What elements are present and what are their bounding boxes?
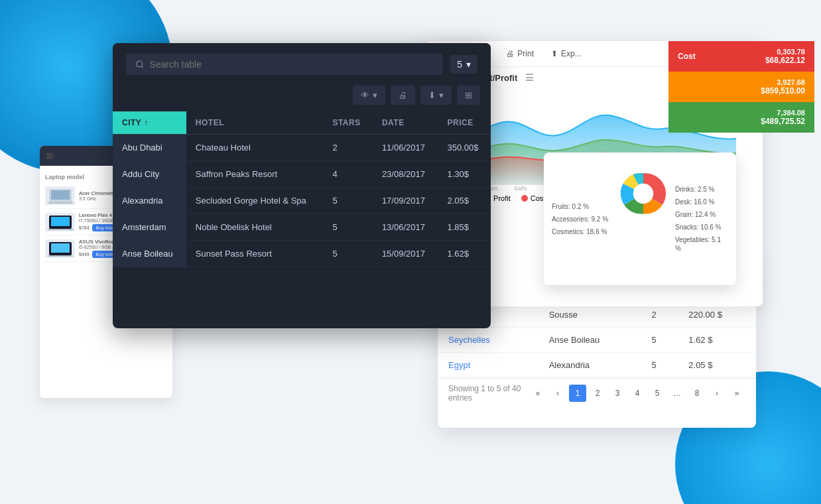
download-button[interactable]: ⬇ ▾ — [420, 86, 452, 105]
print-toolbar-button[interactable]: 🖨 — [391, 86, 415, 105]
cell-date: 23/08/2017 — [373, 161, 438, 188]
cell-hotel: Secluded Gorge Hotel & Spa — [186, 188, 324, 214]
laptop-panel-header-text: ⬛ — [46, 153, 53, 159]
cell-city: Amsterdam — [113, 214, 186, 241]
export-button[interactable]: ⬆ Exp... — [546, 46, 587, 61]
svg-rect-7 — [51, 243, 70, 253]
cell-stars: 5 — [323, 188, 372, 214]
chart-menu-icon[interactable]: ☰ — [525, 72, 534, 83]
legend-cost: Cost — [521, 194, 546, 202]
pie-label: Desk: 16.0 % — [675, 198, 728, 206]
view-button[interactable]: 👁 ▾ — [353, 86, 385, 105]
th-hotel[interactable]: HOTEL — [186, 111, 324, 135]
legend-dot-cost — [521, 195, 528, 202]
table-wrap: CITY ↑ HOTEL STARS DATE PRICE Abu Dhabi … — [113, 111, 491, 267]
stat-label-cost: Cost — [678, 52, 696, 61]
download-icon: ⬇ — [428, 90, 436, 100]
cell-date: 17/09/2017 — [373, 188, 438, 214]
print-icon: 🖨 — [506, 49, 514, 58]
cell-price: 1.85$ — [438, 214, 491, 241]
table-row: Addu City Saffron Peaks Resort 4 23/08/2… — [113, 161, 491, 188]
pie-chart-svg — [618, 160, 668, 227]
svg-rect-8 — [48, 255, 73, 257]
svg-rect-2 — [48, 202, 73, 204]
th-price[interactable]: PRICE — [438, 111, 491, 135]
page-3-button[interactable]: 3 — [609, 385, 626, 402]
eye-icon: 👁 — [361, 90, 369, 100]
cell-price: 1.30$ — [438, 161, 491, 188]
stat-value-cost-1: 0,303.78 — [765, 48, 805, 56]
laptop-price: $784 — [79, 225, 90, 230]
svg-rect-4 — [51, 217, 70, 226]
page-8-button[interactable]: 8 — [688, 385, 706, 402]
page-1-button[interactable]: 1 — [569, 385, 586, 402]
page-5-button[interactable]: 5 — [649, 385, 666, 402]
table-row: Egypt Alexandria 5 2.05 $ — [438, 353, 756, 378]
dark-panel: 5 ▾ 👁 ▾ 🖨 ⬇ ▾ ⊞ CITY ↑ HOTEL STARS D — [113, 43, 491, 328]
cell-price: 1.62$ — [438, 241, 491, 267]
legend-label-profit: Profit — [493, 194, 511, 202]
svg-rect-1 — [51, 190, 70, 200]
search-bar: 5 ▾ — [113, 43, 491, 83]
prev-page-button[interactable]: ‹ — [549, 385, 566, 402]
cell-stars: 5 — [323, 214, 372, 241]
pie-label: Snacks: 10.6 % — [675, 223, 728, 231]
search-icon — [135, 60, 144, 69]
cell-stars: 5 — [323, 241, 372, 267]
laptop-price: $449 — [79, 252, 90, 257]
svg-rect-5 — [48, 229, 73, 230]
next-page-button[interactable]: › — [708, 385, 726, 402]
pagination-bar: Showing 1 to 5 of 40 entries « ‹ 1 2 3 4… — [438, 378, 756, 408]
print-toolbar-icon: 🖨 — [399, 90, 407, 100]
stat-box-revenue: 3,927.68 $859,510.00 — [668, 72, 814, 102]
cell-city: Anse Boileau — [113, 241, 186, 267]
print-button[interactable]: 🖨 Print — [501, 46, 539, 61]
table-body: Abu Dhabi Chateau Hotel 2 11/06/2017 350… — [113, 135, 491, 267]
th-stars[interactable]: STARS — [323, 111, 372, 135]
svg-point-20 — [137, 61, 143, 67]
cell-date: 15/09/2017 — [373, 241, 438, 267]
laptop-image — [45, 239, 75, 258]
th-date[interactable]: DATE — [373, 111, 438, 135]
first-page-button[interactable]: « — [529, 385, 546, 402]
svg-text:Salts: Salts — [514, 185, 528, 192]
cell-stars: 5 — [641, 328, 678, 353]
table-row: Alexandria Secluded Gorge Hotel & Spa 5 … — [113, 188, 491, 214]
cell-price: 1.62 $ — [678, 328, 756, 353]
svg-point-19 — [633, 184, 653, 204]
export-label: Exp... — [561, 49, 582, 58]
pie-label: Accessories: 9.2 % — [552, 215, 611, 223]
entries-select[interactable]: 5 ▾ — [450, 55, 477, 74]
pie-labels-left: Fruits: 0.2 % Accessories: 9.2 % Cosmeti… — [552, 160, 611, 277]
search-input[interactable] — [149, 59, 433, 70]
cell-hotel: Sunset Pass Resort — [186, 241, 324, 267]
cell-city: Alexandria — [113, 188, 186, 214]
pie-labels-right: Drinks: 2.5 % Desk: 16.0 % Grain: 12.4 %… — [675, 160, 728, 277]
cell-date: 13/06/2017 — [373, 214, 438, 241]
page-2-button[interactable]: 2 — [589, 385, 606, 402]
cell-hotel: Noble Obelisk Hotel — [186, 214, 324, 241]
stat-value-revenue-2: $859,510.00 — [761, 86, 805, 95]
cell-city: Addu City — [113, 161, 186, 188]
toolbar: 👁 ▾ 🖨 ⬇ ▾ ⊞ — [113, 83, 491, 111]
cell-stars: 5 — [641, 353, 678, 378]
th-city[interactable]: CITY ↑ — [113, 111, 186, 135]
cell-city: Abu Dhabi — [113, 135, 186, 161]
hotel-table: CITY ↑ HOTEL STARS DATE PRICE Abu Dhabi … — [113, 111, 491, 267]
last-page-button[interactable]: » — [728, 385, 745, 402]
table-row: Amsterdam Noble Obelisk Hotel 5 13/06/20… — [113, 214, 491, 241]
cell-country: Egypt — [438, 353, 538, 378]
laptop-image — [45, 213, 75, 231]
search-input-wrap[interactable] — [126, 54, 442, 75]
filter-button[interactable]: ⊞ — [457, 86, 480, 105]
stat-value-profit-1: 7,384.08 — [761, 109, 805, 117]
pie-label: Vegetables: 5.1 % — [675, 235, 728, 253]
cell-city: Anse Boileau — [538, 328, 641, 353]
pie-panel: Fruits: 0.2 % Accessories: 9.2 % Cosmeti… — [544, 153, 736, 285]
stat-boxes: Cost 0,303.78 $68,622.12 3,927.68 $859,5… — [668, 41, 814, 133]
print-label: Print — [517, 49, 534, 58]
cell-stars: 4 — [323, 161, 372, 188]
entries-value: 5 — [457, 59, 462, 70]
cell-date: 11/06/2017 — [373, 135, 438, 161]
page-4-button[interactable]: 4 — [629, 385, 646, 402]
